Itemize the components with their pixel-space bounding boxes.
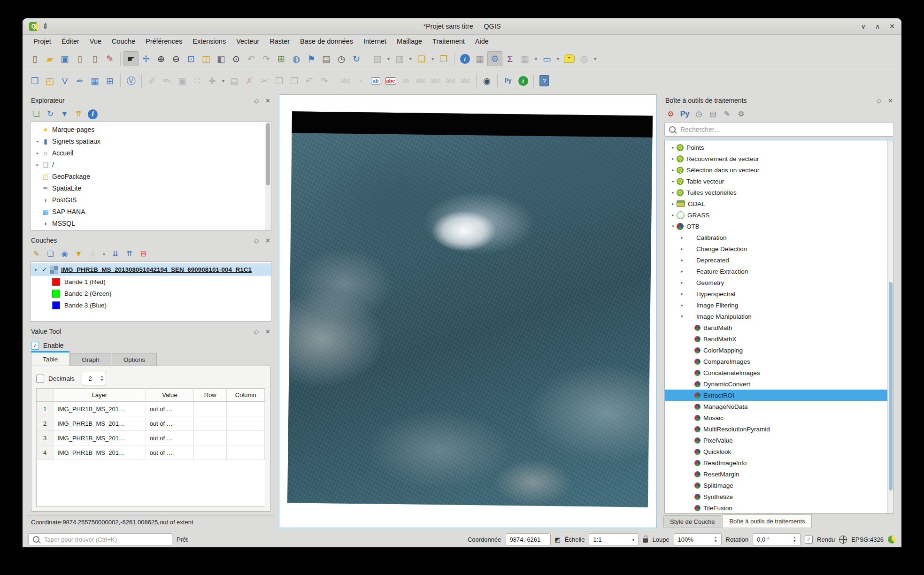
zoom-to-layer-button[interactable]: ◫ bbox=[199, 51, 214, 66]
tree-item-synthetize[interactable]: Synthetize bbox=[665, 491, 893, 502]
new-3d-map-view-button[interactable]: ◍ bbox=[289, 51, 304, 66]
minimize-button[interactable]: ∨ bbox=[861, 23, 866, 30]
dropdown-arrow-icon[interactable]: ▾ bbox=[592, 51, 599, 66]
browser-tree-item[interactable]: ▦ SAP HANA bbox=[31, 206, 271, 217]
dropdown-arrow-icon[interactable]: ▾ bbox=[220, 73, 227, 88]
decimals-spinbox[interactable]: 2 ▲▼ bbox=[82, 372, 106, 385]
cut-button[interactable]: ✂ bbox=[257, 73, 272, 88]
tree-item-hyperspectral[interactable]: ▸ Hyperspectral bbox=[665, 288, 893, 299]
tree-item-points[interactable]: ▸ Points bbox=[665, 142, 893, 153]
float-panel-icon[interactable]: ◇ bbox=[254, 237, 259, 244]
add-vector-layer-button[interactable]: V bbox=[57, 73, 72, 88]
copy-button[interactable]: ❒ bbox=[272, 73, 287, 88]
remove-layer-button[interactable]: ⊟ bbox=[137, 248, 150, 261]
open-layer-styling-button[interactable]: ✎ bbox=[30, 248, 43, 261]
browser-tree-item[interactable]: ▸ ▮ Signets spatiaux bbox=[31, 135, 271, 147]
tree-item-recouvrement[interactable]: ▸ Recouvrement de vecteur bbox=[665, 153, 893, 164]
toggle-editing-button[interactable]: ✏ bbox=[160, 73, 175, 88]
paste-button[interactable]: ❒ bbox=[287, 73, 302, 88]
add-postgis-layer-button[interactable]: ▦ bbox=[87, 73, 102, 88]
value-tool-tab[interactable]: Table bbox=[31, 351, 69, 366]
tree-item-colormapping[interactable]: ColorMapping bbox=[665, 345, 893, 356]
column-header-value[interactable]: Value bbox=[146, 389, 193, 402]
filter-browser-button[interactable]: ▼ bbox=[58, 108, 71, 121]
lock-scale-icon[interactable] bbox=[643, 538, 648, 543]
zoom-next-button[interactable]: ↷ bbox=[259, 51, 274, 66]
collapse-all-button[interactable]: ⇈ bbox=[72, 108, 85, 121]
pan-map-button[interactable]: ☛ bbox=[123, 51, 139, 66]
layer-item-selected[interactable]: ▾ ✓ IMG_PHR1B_MS_201308051042194_SEN_690… bbox=[31, 263, 271, 276]
results-viewer-button[interactable]: ▤ bbox=[707, 108, 719, 121]
expand-chevron-icon[interactable]: ▸ bbox=[34, 139, 41, 144]
tree-item-tuiles[interactable]: ▸ Tuiles vectorielles bbox=[665, 187, 893, 198]
tab-boite-a-outils[interactable]: Boîte à outils de traitements bbox=[723, 514, 811, 528]
dropdown-arrow-icon[interactable]: ▾ bbox=[554, 51, 562, 66]
expand-chevron-icon[interactable]: ▸ bbox=[678, 291, 685, 296]
add-layer-button[interactable]: ◰ bbox=[42, 73, 57, 88]
redo-button[interactable]: ↷ bbox=[317, 73, 332, 88]
add-raster-layer-button[interactable]: ⊞ bbox=[102, 73, 117, 88]
pin-labels-button[interactable]: ab bbox=[368, 73, 383, 88]
tree-item-geometry[interactable]: ▸ Geometry bbox=[665, 277, 893, 288]
expand-chevron-icon[interactable]: ▸ bbox=[34, 151, 41, 155]
dropdown-arrow-icon[interactable]: ▾ bbox=[385, 51, 392, 66]
value-table-row[interactable]: 4 IMG_PHR1B_MS_201… out of … bbox=[37, 445, 265, 460]
field-calculator-button[interactable]: ▦ bbox=[472, 51, 487, 66]
otb-applications-button[interactable]: i bbox=[516, 73, 531, 88]
save-edits-button[interactable]: ▣ bbox=[175, 73, 190, 88]
select-by-form-button[interactable]: ▥ bbox=[392, 51, 407, 66]
band-item[interactable]: Bande 3 (Blue) bbox=[31, 299, 271, 311]
data-source-manager-button[interactable]: ❐ bbox=[27, 73, 42, 88]
zoom-native-button[interactable]: ⊙ bbox=[229, 51, 244, 66]
layer-labeling-button[interactable]: abc bbox=[338, 73, 353, 88]
menu-item[interactable]: Maillage bbox=[392, 36, 427, 46]
float-panel-icon[interactable]: ◇ bbox=[254, 328, 259, 335]
refresh-button[interactable]: ↻ bbox=[349, 51, 364, 66]
menu-item[interactable]: Raster bbox=[264, 36, 295, 46]
browser-tree-item[interactable]: ◰ GeoPackage bbox=[31, 170, 271, 182]
tree-item-dynamicconvert[interactable]: DynamicConvert bbox=[665, 378, 893, 390]
column-header-layer[interactable]: Layer bbox=[54, 389, 146, 402]
toolbox-search[interactable] bbox=[664, 122, 894, 137]
zoom-last-button[interactable]: ↶ bbox=[244, 51, 259, 66]
tree-item-extractroi[interactable]: ExtractROI bbox=[665, 390, 893, 401]
expand-chevron-icon[interactable]: ▸ bbox=[670, 190, 677, 195]
crs-status[interactable]: EPSG:4326 bbox=[851, 536, 884, 543]
dropdown-arrow-icon[interactable]: ▾ bbox=[429, 51, 436, 66]
move-label-button[interactable]: abc bbox=[413, 73, 428, 88]
column-header-row[interactable]: Row bbox=[193, 389, 226, 402]
tree-item-compareimages[interactable]: CompareImages bbox=[665, 356, 893, 367]
add-selected-layers-button[interactable]: ❏ bbox=[30, 108, 43, 121]
close-panel-icon[interactable]: ✕ bbox=[888, 97, 893, 104]
help-button[interactable]: ? bbox=[537, 73, 552, 88]
history-button[interactable]: ◷ bbox=[693, 108, 705, 121]
menu-item[interactable]: Éditer bbox=[56, 36, 85, 46]
browser-tree-item[interactable]: ✒ SpatiaLite bbox=[31, 182, 271, 194]
column-header-column[interactable]: Column bbox=[227, 389, 265, 402]
rotation-spinbox[interactable]: 0,0 °▲▼ bbox=[753, 533, 801, 546]
tree-item-bandmath[interactable]: BandMath bbox=[665, 322, 893, 333]
decimals-checkbox[interactable] bbox=[36, 375, 44, 383]
layout-manager-button[interactable]: ▯ bbox=[87, 51, 102, 66]
enable-checkbox[interactable] bbox=[31, 342, 39, 350]
tree-item-tilefusion[interactable]: TileFusion bbox=[665, 502, 893, 514]
current-edits-button[interactable]: ✐ bbox=[145, 73, 160, 88]
expand-chevron-icon[interactable]: ▸ bbox=[678, 303, 685, 307]
zoom-out-button[interactable]: ⊖ bbox=[169, 51, 184, 66]
map-canvas[interactable] bbox=[279, 94, 657, 528]
expand-chevron-icon[interactable]: ▾ bbox=[670, 224, 677, 229]
tree-item-resetmargin[interactable]: ResetMargin bbox=[665, 468, 893, 480]
models-button[interactable]: ⚙ bbox=[664, 108, 677, 121]
toolbox-search-input[interactable] bbox=[679, 125, 889, 134]
float-panel-icon[interactable]: ◇ bbox=[254, 97, 259, 104]
expand-chevron-icon[interactable]: ▸ bbox=[670, 145, 677, 150]
save-project-button[interactable]: ▣ bbox=[57, 51, 72, 66]
pan-to-selection-button[interactable]: ✛ bbox=[139, 51, 154, 66]
change-label-button[interactable]: abc bbox=[443, 73, 458, 88]
menu-item[interactable]: Couche bbox=[107, 36, 140, 46]
toolbox-options-button[interactable]: ⚙ bbox=[735, 108, 747, 121]
close-panel-icon[interactable]: ✕ bbox=[265, 328, 270, 335]
expand-all-button[interactable]: ⇊ bbox=[109, 248, 122, 261]
show-hide-labels-button[interactable]: ab bbox=[398, 73, 413, 88]
tree-item-calibration[interactable]: ▸ Calibration bbox=[665, 232, 893, 243]
